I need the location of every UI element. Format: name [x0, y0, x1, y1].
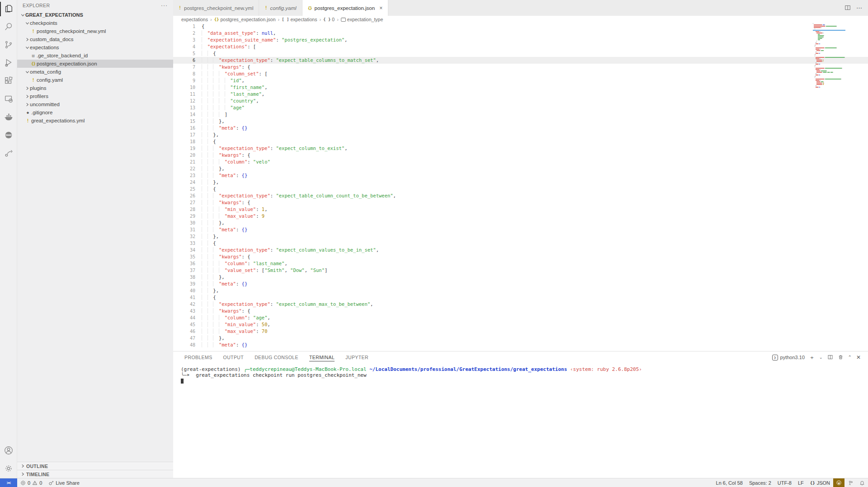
- tab-config-yaml[interactable]: !config.yaml: [259, 0, 302, 16]
- code-line-31[interactable]: 31 "meta": {}: [173, 226, 868, 233]
- code-line-19[interactable]: 19 "expectation_type": "expect_column_to…: [173, 145, 868, 152]
- status-indentation[interactable]: Spaces: 2: [746, 478, 774, 487]
- code-line-46[interactable]: 46 "max_value": 70: [173, 328, 868, 335]
- sidebar-item-ge-store-backend-id[interactable]: ▤.ge_store_backend_id: [17, 52, 173, 60]
- status-encoding[interactable]: UTF-8: [774, 478, 795, 487]
- code-line-9[interactable]: 9 "id",: [173, 77, 868, 84]
- sidebar-item-postgres-checkpoint-new-yml[interactable]: !postgres_checkpoint_new.yml: [17, 27, 173, 35]
- code-line-27[interactable]: 27 "kwargs": {: [173, 199, 868, 206]
- breadcrumb-item-postgres-expectation-json[interactable]: {}postgres_expectation.json: [214, 17, 276, 22]
- code-line-11[interactable]: 11 "last_name",: [173, 91, 868, 98]
- sidebar-item-custom-data-docs[interactable]: custom_data_docs: [17, 35, 173, 43]
- code-line-2[interactable]: 2 "data_asset_type": null,: [173, 30, 868, 37]
- activity-bar-item-search[interactable]: [0, 18, 17, 36]
- code-line-42[interactable]: 42 "expectation_type": "expect_column_ma…: [173, 301, 868, 308]
- sidebar-item-postgres-expectation-json[interactable]: {}postgres_expectation.json: [17, 60, 173, 68]
- live-share-status[interactable]: Live Share: [45, 478, 83, 487]
- code-line-43[interactable]: 43 "kwargs": {: [173, 308, 868, 314]
- split-terminal-icon[interactable]: [827, 354, 833, 361]
- close-icon[interactable]: ×: [379, 5, 382, 11]
- panel-tab-debug-console[interactable]: DEBUG CONSOLE: [255, 351, 298, 363]
- activity-bar-item-explorer[interactable]: [0, 0, 17, 18]
- code-line-48[interactable]: 48 "meta": {}: [173, 342, 868, 348]
- code-line-6[interactable]: 6 "expectation_type": "expect_table_colu…: [173, 57, 868, 64]
- new-terminal-icon[interactable]: ＋: [809, 355, 815, 360]
- split-editor-icon[interactable]: [844, 5, 851, 12]
- sidebar-item-ometa-config[interactable]: ometa_config: [17, 68, 173, 76]
- code-line-41[interactable]: 41 {: [173, 294, 868, 301]
- sidebar-item-checkpoints[interactable]: checkpoints: [17, 19, 173, 27]
- code-line-13[interactable]: 13 "age": [173, 104, 868, 111]
- code-line-35[interactable]: 35 "kwargs": {: [173, 253, 868, 260]
- feedback-person[interactable]: [844, 478, 856, 487]
- feedback-smiley-badge[interactable]: [833, 478, 844, 487]
- code-line-38[interactable]: 38 },: [173, 274, 868, 281]
- activity-bar-item-source-control[interactable]: [0, 36, 17, 54]
- sidebar-section-timeline[interactable]: TIMELINE: [17, 470, 173, 478]
- activity-bar-item-remote-explorer[interactable]: [0, 90, 17, 108]
- activity-bar-item-settings[interactable]: [0, 460, 17, 478]
- activity-bar-item-account[interactable]: [0, 442, 17, 460]
- code-line-25[interactable]: 25 {: [173, 186, 868, 192]
- panel-tab-problems[interactable]: PROBLEMS: [184, 351, 212, 363]
- code-line-37[interactable]: 37 "value_set": ["Smith", "Dow", "Sun"]: [173, 267, 868, 274]
- code-line-7[interactable]: 7 "kwargs": {: [173, 64, 868, 70]
- code-line-40[interactable]: 40 },: [173, 287, 868, 294]
- code-line-10[interactable]: 10 "first_name",: [173, 84, 868, 91]
- code-line-33[interactable]: 33 {: [173, 240, 868, 247]
- kill-terminal-icon[interactable]: [838, 354, 844, 361]
- sidebar-item-gitignore[interactable]: ◆.gitignore: [17, 108, 173, 117]
- tree-root-great-expectations[interactable]: GREAT_EXPECTATIONS: [17, 11, 173, 19]
- panel-tab-terminal[interactable]: TERMINAL: [309, 351, 335, 363]
- code-line-30[interactable]: 30 },: [173, 220, 868, 226]
- code-line-28[interactable]: 28 "min_value": 1,: [173, 206, 868, 213]
- code-line-26[interactable]: 26 "expectation_type": "expect_table_col…: [173, 192, 868, 199]
- panel-tab-jupyter[interactable]: JUPYTER: [345, 351, 368, 363]
- status-cursor-position[interactable]: Ln 6, Col 58: [713, 478, 746, 487]
- terminal-output[interactable]: (great-expectations) ╭─teddycrepineau@Te…: [173, 363, 868, 384]
- status-eol[interactable]: LF: [795, 478, 807, 487]
- breadcrumb-item-0[interactable]: { }0: [323, 17, 335, 22]
- tab-postgres-expectation-json[interactable]: {}postgres_expectation.json×: [302, 0, 388, 16]
- maximize-panel-icon[interactable]: ⌃: [848, 355, 852, 360]
- code-line-44[interactable]: 44 "column": "age",: [173, 314, 868, 321]
- code-line-4[interactable]: 4 "expectations": [: [173, 43, 868, 50]
- code-line-45[interactable]: 45 "min_value": 50,: [173, 321, 868, 328]
- close-panel-icon[interactable]: ✕: [856, 355, 861, 360]
- chevron-down-icon[interactable]: ⌄: [819, 356, 823, 360]
- code-line-29[interactable]: 29 "max_value": 9: [173, 213, 868, 220]
- activity-bar-item-run-debug[interactable]: [0, 54, 17, 72]
- code-line-8[interactable]: 8 "column_set": [: [173, 70, 868, 77]
- code-editor[interactable]: 1{2 "data_asset_type": null,3 "expectati…: [173, 23, 868, 351]
- activity-bar-item-jupyter[interactable]: [0, 126, 17, 145]
- code-line-39[interactable]: 39 "meta": {}: [173, 281, 868, 287]
- code-line-3[interactable]: 3 "expectation_suite_name": "postgres_ex…: [173, 37, 868, 43]
- code-line-20[interactable]: 20 "kwargs": {: [173, 152, 868, 159]
- code-line-16[interactable]: 16 "meta": {}: [173, 125, 868, 131]
- breadcrumb-item-expectations[interactable]: [ ]expectations: [282, 17, 317, 22]
- sidebar-item-expectations[interactable]: expectations: [17, 43, 173, 52]
- code-line-15[interactable]: 15 },: [173, 118, 868, 125]
- code-line-23[interactable]: 23 "meta": {}: [173, 172, 868, 179]
- sidebar-section-outline[interactable]: OUTLINE: [17, 462, 173, 470]
- status-language-mode[interactable]: {}JSON: [807, 478, 833, 487]
- activity-bar-item-share[interactable]: [0, 145, 17, 163]
- code-line-17[interactable]: 17 },: [173, 131, 868, 138]
- code-line-32[interactable]: 32 },: [173, 233, 868, 240]
- more-actions-icon[interactable]: ⋯: [856, 5, 863, 11]
- sidebar-item-plugins[interactable]: plugins: [17, 84, 173, 92]
- code-line-14[interactable]: 14 ]: [173, 111, 868, 118]
- panel-tab-output[interactable]: OUTPUT: [223, 351, 244, 363]
- remote-indicator[interactable]: ><: [0, 478, 17, 487]
- sidebar-more-actions-icon[interactable]: ···: [161, 2, 168, 9]
- problems-status[interactable]: 0 0: [17, 478, 45, 487]
- breadcrumb-item-expectation-type[interactable]: expectation_type: [341, 17, 383, 22]
- code-line-18[interactable]: 18 {: [173, 138, 868, 145]
- code-line-36[interactable]: 36 "column": "last_name",: [173, 260, 868, 267]
- code-line-12[interactable]: 12 "country",: [173, 98, 868, 104]
- code-line-24[interactable]: 24 },: [173, 179, 868, 186]
- code-line-34[interactable]: 34 "expectation_type": "expect_column_va…: [173, 247, 868, 253]
- code-line-22[interactable]: 22 },: [173, 165, 868, 172]
- code-line-21[interactable]: 21 "column": "velo": [173, 159, 868, 165]
- tab-postgres-checkpoint-new-yml[interactable]: !postgres_checkpoint_new.yml: [173, 0, 259, 16]
